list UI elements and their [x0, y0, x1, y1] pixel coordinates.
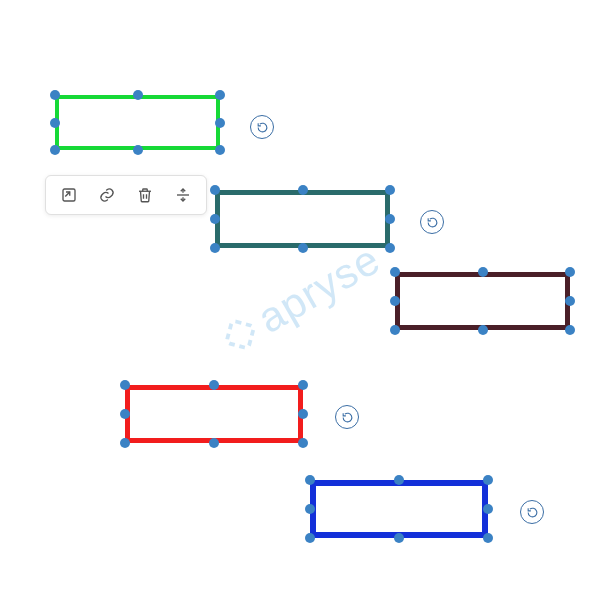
- resize-handle[interactable]: [210, 185, 220, 195]
- resize-handle[interactable]: [298, 380, 308, 390]
- shape-red[interactable]: [125, 385, 303, 443]
- align-middle-button[interactable]: [164, 180, 202, 210]
- style-button[interactable]: [50, 180, 88, 210]
- resize-handle[interactable]: [215, 145, 225, 155]
- resize-handle[interactable]: [478, 325, 488, 335]
- resize-handle[interactable]: [390, 325, 400, 335]
- resize-handle[interactable]: [120, 409, 130, 419]
- resize-handle[interactable]: [390, 267, 400, 277]
- shape-teal[interactable]: [215, 190, 390, 248]
- resize-handle[interactable]: [215, 118, 225, 128]
- resize-handle[interactable]: [298, 409, 308, 419]
- resize-handle[interactable]: [305, 533, 315, 543]
- resize-handle[interactable]: [209, 380, 219, 390]
- resize-handle[interactable]: [298, 185, 308, 195]
- resize-handle[interactable]: [385, 214, 395, 224]
- resize-handle[interactable]: [210, 243, 220, 253]
- resize-handle[interactable]: [394, 475, 404, 485]
- annotation-toolbar: [45, 175, 207, 215]
- svg-rect-1: [63, 189, 75, 201]
- resize-handle[interactable]: [483, 533, 493, 543]
- link-icon: [98, 186, 116, 204]
- resize-handle[interactable]: [305, 504, 315, 514]
- resize-handle[interactable]: [50, 90, 60, 100]
- rotate-button[interactable]: [420, 210, 444, 234]
- resize-handle[interactable]: [565, 325, 575, 335]
- resize-handle[interactable]: [385, 185, 395, 195]
- resize-handle[interactable]: [478, 267, 488, 277]
- resize-handle[interactable]: [215, 90, 225, 100]
- resize-handle[interactable]: [483, 475, 493, 485]
- resize-handle[interactable]: [209, 438, 219, 448]
- resize-handle[interactable]: [298, 243, 308, 253]
- resize-handle[interactable]: [298, 438, 308, 448]
- link-button[interactable]: [88, 180, 126, 210]
- resize-handle[interactable]: [385, 243, 395, 253]
- resize-handle[interactable]: [133, 90, 143, 100]
- resize-handle[interactable]: [133, 145, 143, 155]
- style-icon: [60, 186, 78, 204]
- resize-handle[interactable]: [50, 145, 60, 155]
- resize-handle[interactable]: [565, 267, 575, 277]
- resize-handle[interactable]: [565, 296, 575, 306]
- svg-rect-0: [226, 321, 254, 349]
- watermark-logo-icon: [214, 309, 266, 361]
- shape-green[interactable]: [55, 95, 220, 150]
- align-middle-icon: [174, 186, 192, 204]
- rotate-icon: [341, 411, 354, 424]
- rotate-icon: [426, 216, 439, 229]
- rotate-button[interactable]: [250, 115, 274, 139]
- canvas[interactable]: apryse: [0, 0, 600, 600]
- delete-button[interactable]: [126, 180, 164, 210]
- resize-handle[interactable]: [120, 438, 130, 448]
- resize-handle[interactable]: [305, 475, 315, 485]
- watermark: apryse: [212, 235, 388, 365]
- resize-handle[interactable]: [210, 214, 220, 224]
- resize-handle[interactable]: [394, 533, 404, 543]
- watermark-text: apryse: [250, 235, 388, 343]
- rotate-button[interactable]: [520, 500, 544, 524]
- rotate-icon: [526, 506, 539, 519]
- rotate-button[interactable]: [335, 405, 359, 429]
- resize-handle[interactable]: [483, 504, 493, 514]
- trash-icon: [136, 186, 154, 204]
- rotate-icon: [256, 121, 269, 134]
- resize-handle[interactable]: [50, 118, 60, 128]
- resize-handle[interactable]: [120, 380, 130, 390]
- resize-handle[interactable]: [390, 296, 400, 306]
- shape-maroon[interactable]: [395, 272, 570, 330]
- shape-blue[interactable]: [310, 480, 488, 538]
